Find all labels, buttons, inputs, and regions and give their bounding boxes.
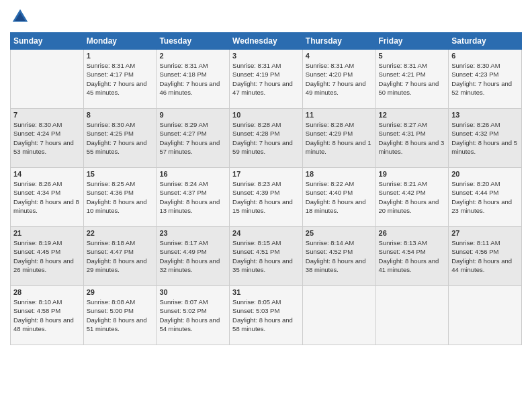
day-number: 3 — [232, 52, 300, 60]
day-number: 7 — [13, 111, 81, 119]
day-number: 14 — [13, 170, 81, 178]
day-cell: 1Sunrise: 8:31 AMSunset: 4:17 PMDaylight… — [83, 50, 157, 109]
day-info: Sunrise: 8:10 AMSunset: 4:58 PMDaylight:… — [13, 298, 81, 333]
weekday-header-row: SundayMondayTuesdayWednesdayThursdayFrid… — [11, 33, 522, 50]
day-number: 17 — [232, 170, 300, 178]
day-cell: 9Sunrise: 8:29 AMSunset: 4:27 PMDaylight… — [157, 109, 230, 168]
day-info: Sunrise: 8:26 AMSunset: 4:34 PMDaylight:… — [13, 179, 81, 215]
weekday-header-sunday: Sunday — [11, 33, 84, 50]
logo-icon — [10, 7, 30, 27]
day-cell: 25Sunrise: 8:14 AMSunset: 4:52 PMDayligh… — [302, 227, 375, 286]
day-info: Sunrise: 8:31 AMSunset: 4:17 PMDaylight:… — [87, 61, 154, 97]
day-info: Sunrise: 8:30 AMSunset: 4:24 PMDaylight:… — [13, 120, 81, 156]
day-cell: 8Sunrise: 8:30 AMSunset: 4:25 PMDaylight… — [83, 109, 157, 168]
day-cell: 10Sunrise: 8:28 AMSunset: 4:28 PMDayligh… — [230, 109, 303, 168]
day-number: 10 — [232, 111, 300, 119]
day-info: Sunrise: 8:26 AMSunset: 4:32 PMDaylight:… — [451, 120, 519, 156]
day-info: Sunrise: 8:07 AMSunset: 5:02 PMDaylight:… — [159, 298, 226, 333]
day-number: 6 — [451, 52, 519, 60]
logo — [10, 7, 33, 27]
day-number: 20 — [451, 170, 519, 178]
day-number: 26 — [379, 229, 446, 237]
day-number: 22 — [87, 229, 154, 237]
day-info: Sunrise: 8:30 AMSunset: 4:23 PMDaylight:… — [451, 61, 519, 97]
day-info: Sunrise: 8:08 AMSunset: 5:00 PMDaylight:… — [87, 298, 154, 333]
day-number: 21 — [13, 229, 81, 237]
day-number: 29 — [87, 288, 154, 296]
day-number: 16 — [159, 170, 226, 178]
day-cell: 17Sunrise: 8:23 AMSunset: 4:39 PMDayligh… — [230, 168, 303, 227]
day-cell: 16Sunrise: 8:24 AMSunset: 4:37 PMDayligh… — [157, 168, 230, 227]
day-number: 15 — [87, 170, 154, 178]
day-number: 24 — [232, 229, 300, 237]
day-info: Sunrise: 8:21 AMSunset: 4:42 PMDaylight:… — [379, 179, 446, 215]
weekday-header-monday: Monday — [83, 33, 157, 50]
day-number: 27 — [451, 229, 519, 237]
week-row-3: 14Sunrise: 8:26 AMSunset: 4:34 PMDayligh… — [11, 168, 522, 227]
day-cell: 2Sunrise: 8:31 AMSunset: 4:18 PMDaylight… — [157, 50, 230, 109]
day-info: Sunrise: 8:30 AMSunset: 4:25 PMDaylight:… — [87, 120, 154, 156]
day-info: Sunrise: 8:23 AMSunset: 4:39 PMDaylight:… — [232, 179, 300, 215]
day-number: 8 — [87, 111, 154, 119]
day-info: Sunrise: 8:28 AMSunset: 4:29 PMDaylight:… — [306, 120, 373, 156]
day-number: 28 — [13, 288, 81, 296]
day-info: Sunrise: 8:31 AMSunset: 4:20 PMDaylight:… — [306, 61, 373, 97]
day-number: 2 — [159, 52, 226, 60]
calendar-table: SundayMondayTuesdayWednesdayThursdayFrid… — [10, 32, 522, 345]
day-cell: 12Sunrise: 8:27 AMSunset: 4:31 PMDayligh… — [375, 109, 449, 168]
day-cell: 28Sunrise: 8:10 AMSunset: 4:58 PMDayligh… — [11, 286, 84, 345]
day-info: Sunrise: 8:31 AMSunset: 4:19 PMDaylight:… — [232, 61, 300, 97]
week-row-5: 28Sunrise: 8:10 AMSunset: 4:58 PMDayligh… — [11, 286, 522, 345]
day-cell: 11Sunrise: 8:28 AMSunset: 4:29 PMDayligh… — [302, 109, 375, 168]
day-number: 30 — [159, 288, 226, 296]
day-cell: 31Sunrise: 8:05 AMSunset: 5:03 PMDayligh… — [230, 286, 303, 345]
day-cell: 5Sunrise: 8:31 AMSunset: 4:21 PMDaylight… — [375, 50, 449, 109]
day-number: 13 — [451, 111, 519, 119]
day-info: Sunrise: 8:27 AMSunset: 4:31 PMDaylight:… — [379, 120, 446, 156]
day-info: Sunrise: 8:19 AMSunset: 4:45 PMDaylight:… — [13, 238, 81, 274]
day-cell: 7Sunrise: 8:30 AMSunset: 4:24 PMDaylight… — [11, 109, 84, 168]
day-cell: 20Sunrise: 8:20 AMSunset: 4:44 PMDayligh… — [449, 168, 522, 227]
day-cell — [302, 286, 375, 345]
day-cell: 24Sunrise: 8:15 AMSunset: 4:51 PMDayligh… — [230, 227, 303, 286]
day-info: Sunrise: 8:22 AMSunset: 4:40 PMDaylight:… — [306, 179, 373, 215]
day-number: 1 — [87, 52, 154, 60]
day-info: Sunrise: 8:31 AMSunset: 4:18 PMDaylight:… — [159, 61, 226, 97]
day-cell: 22Sunrise: 8:18 AMSunset: 4:47 PMDayligh… — [83, 227, 157, 286]
weekday-header-thursday: Thursday — [302, 33, 375, 50]
day-cell: 13Sunrise: 8:26 AMSunset: 4:32 PMDayligh… — [449, 109, 522, 168]
weekday-header-tuesday: Tuesday — [157, 33, 230, 50]
day-number: 11 — [306, 111, 373, 119]
day-cell: 23Sunrise: 8:17 AMSunset: 4:49 PMDayligh… — [157, 227, 230, 286]
weekday-header-friday: Friday — [375, 33, 449, 50]
day-info: Sunrise: 8:11 AMSunset: 4:56 PMDaylight:… — [451, 238, 519, 274]
day-info: Sunrise: 8:24 AMSunset: 4:37 PMDaylight:… — [159, 179, 226, 215]
page: SundayMondayTuesdayWednesdayThursdayFrid… — [0, 0, 532, 411]
day-cell: 29Sunrise: 8:08 AMSunset: 5:00 PMDayligh… — [83, 286, 157, 345]
day-cell: 30Sunrise: 8:07 AMSunset: 5:02 PMDayligh… — [157, 286, 230, 345]
day-cell: 18Sunrise: 8:22 AMSunset: 4:40 PMDayligh… — [302, 168, 375, 227]
weekday-header-wednesday: Wednesday — [230, 33, 303, 50]
day-cell: 19Sunrise: 8:21 AMSunset: 4:42 PMDayligh… — [375, 168, 449, 227]
day-number: 31 — [232, 288, 300, 296]
day-cell: 3Sunrise: 8:31 AMSunset: 4:19 PMDaylight… — [230, 50, 303, 109]
day-info: Sunrise: 8:29 AMSunset: 4:27 PMDaylight:… — [159, 120, 226, 156]
header — [10, 7, 522, 27]
day-info: Sunrise: 8:18 AMSunset: 4:47 PMDaylight:… — [87, 238, 154, 274]
week-row-4: 21Sunrise: 8:19 AMSunset: 4:45 PMDayligh… — [11, 227, 522, 286]
day-info: Sunrise: 8:15 AMSunset: 4:51 PMDaylight:… — [232, 238, 300, 274]
day-cell — [11, 50, 84, 109]
day-info: Sunrise: 8:17 AMSunset: 4:49 PMDaylight:… — [159, 238, 226, 274]
day-cell: 27Sunrise: 8:11 AMSunset: 4:56 PMDayligh… — [449, 227, 522, 286]
day-cell — [375, 286, 449, 345]
day-cell: 4Sunrise: 8:31 AMSunset: 4:20 PMDaylight… — [302, 50, 375, 109]
day-info: Sunrise: 8:13 AMSunset: 4:54 PMDaylight:… — [379, 238, 446, 274]
day-number: 9 — [159, 111, 226, 119]
day-info: Sunrise: 8:05 AMSunset: 5:03 PMDaylight:… — [232, 298, 300, 333]
week-row-1: 1Sunrise: 8:31 AMSunset: 4:17 PMDaylight… — [11, 50, 522, 109]
day-number: 12 — [379, 111, 446, 119]
day-number: 25 — [306, 229, 373, 237]
day-cell: 26Sunrise: 8:13 AMSunset: 4:54 PMDayligh… — [375, 227, 449, 286]
day-cell: 14Sunrise: 8:26 AMSunset: 4:34 PMDayligh… — [11, 168, 84, 227]
day-number: 23 — [159, 229, 226, 237]
